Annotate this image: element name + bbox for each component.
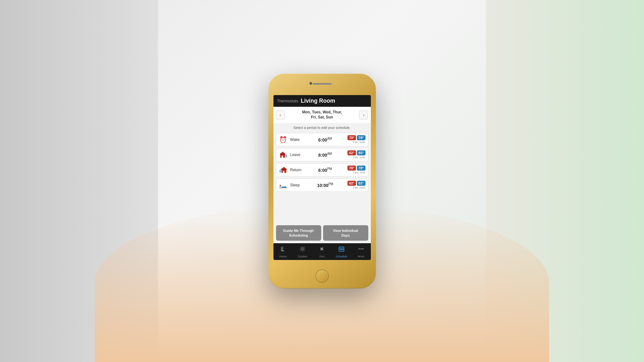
svg-rect-8 [283,171,284,173]
breadcrumb[interactable]: Thermostats [277,99,298,103]
wake-label: Wake [290,137,303,142]
sleep-fan: Fan: Auto [353,186,365,189]
return-heat-temp: 70° [347,166,356,171]
nav-item-fan[interactable]: Fan [312,243,332,260]
sleep-cool-temp: 82° [357,181,365,186]
more-icon [358,246,364,254]
schedule-icon [338,246,345,254]
nav-item-more[interactable]: More [351,243,371,260]
svg-rect-13 [281,247,282,251]
sleep-period-row[interactable]: 🛏️ Sleep 10:00PM 62° 82° Fan: Auto [276,178,368,192]
leave-period-row[interactable]: Leave 8:00AM 62° 85° Fan: Auto [276,148,368,161]
return-temps: 70° 78° Fan: Auto [347,166,365,174]
leave-cool-temp: 85° [357,150,365,155]
next-day-button[interactable]: › [359,111,368,119]
leave-icon [279,150,288,159]
leave-fan: Fan: Auto [353,156,365,159]
svg-rect-23 [342,249,343,250]
leave-temps: 62° 85° Fan: Auto [347,150,365,159]
speaker [313,83,332,85]
system-icon [299,246,306,254]
phone-device: Thermostats Living Room ‹ Mon, Tues, Wed… [268,74,376,288]
system-nav-label: System [298,255,307,258]
svg-point-24 [359,248,360,250]
svg-point-25 [360,248,362,250]
bottom-navigation: Home System [273,243,371,260]
svg-point-14 [281,250,284,251]
home-nav-label: Home [279,255,287,258]
fan-icon [319,246,325,254]
leave-label: Leave [290,153,303,157]
wake-icon: ⏰ [279,135,288,144]
nav-item-schedule[interactable]: Schedule [332,243,351,260]
return-icon [279,166,288,174]
svg-rect-2 [282,156,283,158]
svg-rect-12 [282,246,283,251]
return-time: 6:00PM [303,167,348,173]
more-nav-label: More [358,255,364,258]
wake-period-row[interactable]: ⏰ Wake 6:00AM 70° 78° Fan: Auto [276,133,368,146]
svg-marker-1 [279,152,286,154]
return-fan: Fan: Auto [353,171,365,174]
leave-heat-temp: 62° [347,150,356,155]
svg-rect-22 [341,249,342,250]
svg-rect-3 [280,154,285,154]
svg-point-26 [362,248,364,250]
page-title: Living Room [301,98,335,104]
action-buttons-area: Guide Me ThroughScheduling View Individu… [273,223,371,243]
return-label: Return [290,168,303,172]
wake-temps: 70° 78° Fan: Auto [347,135,365,144]
sleep-label: Sleep [290,183,303,187]
wake-heat-temp: 70° [347,135,356,140]
sleep-time: 10:00PM [303,182,348,188]
svg-point-15 [302,248,304,250]
sleep-heat-temp: 62° [347,181,356,186]
svg-marker-7 [281,167,287,169]
fan-nav-label: Fan [320,255,325,258]
front-camera [310,82,312,85]
wake-fan: Fan: Auto [353,141,365,144]
app-header: Thermostats Living Room [273,95,371,107]
nav-item-system[interactable]: System [293,243,312,260]
svg-rect-21 [340,249,341,250]
wake-cool-temp: 78° [357,135,365,140]
guide-scheduling-button[interactable]: Guide Me ThroughScheduling [276,225,321,241]
return-period-row[interactable]: Return 6:00PM 70° 78° Fan: Auto [276,163,368,177]
day-navigation: ‹ Mon, Tues, Wed, Thur,Fri, Sat, Sun › [273,107,371,123]
svg-rect-9 [281,169,286,170]
schedule-instruction: Select a period to edit your schedule. [276,125,368,130]
home-icon [280,246,286,254]
sleep-temps: 62° 82° Fan: Auto [347,181,365,189]
phone-body: Thermostats Living Room ‹ Mon, Tues, Wed… [268,74,376,288]
view-individual-days-button[interactable]: View IndividualDays [323,225,368,241]
wake-time: 6:00AM [303,137,348,142]
return-cool-temp: 78° [357,166,365,171]
schedule-section: Select a period to edit your schedule. ⏰… [273,123,371,223]
home-button[interactable] [316,269,329,283]
schedule-nav-label: Schedule [335,255,347,258]
prev-day-button[interactable]: ‹ [276,111,285,119]
sleep-icon: 🛏️ [279,181,288,190]
day-range-label: Mon, Tues, Wed, Thur,Fri, Sat, Sun [302,110,342,120]
phone-screen: Thermostats Living Room ‹ Mon, Tues, Wed… [273,95,371,260]
nav-item-home[interactable]: Home [273,243,293,260]
leave-time: 8:00AM [303,152,348,158]
